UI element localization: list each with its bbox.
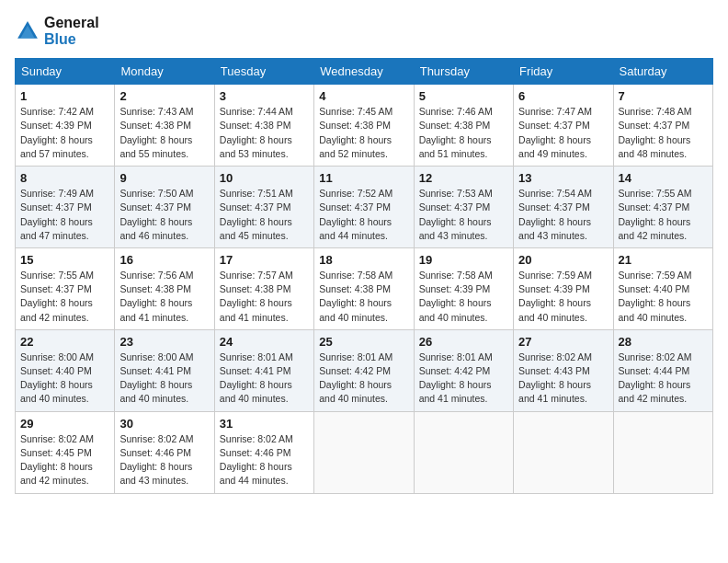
day-info: Sunrise: 7:55 AMSunset: 4:37 PMDaylight:… [619, 188, 692, 241]
day-info: Sunrise: 7:58 AMSunset: 4:39 PMDaylight:… [419, 270, 493, 323]
weekday-header-friday: Friday [514, 59, 613, 85]
day-cell: 25Sunrise: 8:01 AMSunset: 4:42 PMDayligh… [314, 329, 414, 411]
weekday-header-monday: Monday [115, 59, 214, 85]
day-cell: 17Sunrise: 7:57 AMSunset: 4:38 PMDayligh… [214, 247, 313, 329]
day-info: Sunrise: 8:02 AMSunset: 4:45 PMDaylight:… [20, 433, 94, 487]
day-cell [414, 411, 513, 493]
day-cell: 19Sunrise: 7:58 AMSunset: 4:39 PMDayligh… [414, 247, 513, 329]
day-cell: 13Sunrise: 7:54 AMSunset: 4:37 PMDayligh… [514, 167, 613, 248]
day-cell: 8Sunrise: 7:49 AMSunset: 4:37 PMDaylight… [16, 167, 115, 248]
week-row-2: 8Sunrise: 7:49 AMSunset: 4:37 PMDaylight… [16, 167, 713, 248]
day-info: Sunrise: 7:48 AMSunset: 4:37 PMDaylight:… [619, 106, 692, 159]
logo-text: General Blue [44, 15, 99, 47]
day-info: Sunrise: 7:58 AMSunset: 4:38 PMDaylight:… [319, 270, 392, 323]
day-number: 15 [20, 253, 109, 267]
day-cell: 29Sunrise: 8:02 AMSunset: 4:45 PMDayligh… [16, 411, 115, 493]
day-info: Sunrise: 7:51 AMSunset: 4:37 PMDaylight:… [220, 188, 293, 241]
day-info: Sunrise: 8:00 AMSunset: 4:41 PMDaylight:… [119, 351, 193, 405]
day-cell: 2Sunrise: 7:43 AMSunset: 4:38 PMDaylight… [115, 85, 214, 167]
day-number: 8 [20, 171, 109, 185]
day-info: Sunrise: 7:49 AMSunset: 4:37 PMDaylight:… [20, 188, 94, 241]
weekday-header-sunday: Sunday [16, 59, 115, 85]
day-cell: 5Sunrise: 7:46 AMSunset: 4:38 PMDaylight… [414, 85, 513, 167]
day-info: Sunrise: 7:44 AMSunset: 4:38 PMDaylight:… [220, 106, 293, 159]
logo-icon [15, 18, 40, 44]
day-number: 9 [119, 171, 209, 185]
day-info: Sunrise: 7:52 AMSunset: 4:37 PMDaylight:… [319, 188, 392, 241]
day-info: Sunrise: 8:02 AMSunset: 4:44 PMDaylight:… [619, 351, 692, 405]
day-number: 14 [619, 171, 708, 185]
day-number: 18 [319, 253, 408, 267]
day-number: 13 [518, 171, 608, 185]
day-info: Sunrise: 8:02 AMSunset: 4:43 PMDaylight:… [518, 351, 592, 405]
day-cell: 20Sunrise: 7:59 AMSunset: 4:39 PMDayligh… [514, 247, 613, 329]
day-number: 2 [119, 89, 209, 103]
day-info: Sunrise: 8:02 AMSunset: 4:46 PMDaylight:… [220, 433, 293, 487]
day-info: Sunrise: 7:45 AMSunset: 4:38 PMDaylight:… [319, 106, 392, 159]
day-cell: 4Sunrise: 7:45 AMSunset: 4:38 PMDaylight… [314, 85, 414, 167]
day-cell: 15Sunrise: 7:55 AMSunset: 4:37 PMDayligh… [16, 247, 115, 329]
day-info: Sunrise: 7:42 AMSunset: 4:39 PMDaylight:… [20, 106, 94, 159]
day-cell: 30Sunrise: 8:02 AMSunset: 4:46 PMDayligh… [115, 411, 214, 493]
day-cell: 6Sunrise: 7:47 AMSunset: 4:37 PMDaylight… [514, 85, 613, 167]
day-info: Sunrise: 8:01 AMSunset: 4:41 PMDaylight:… [220, 351, 293, 405]
day-number: 24 [220, 335, 309, 349]
week-row-1: 1Sunrise: 7:42 AMSunset: 4:39 PMDaylight… [16, 85, 713, 167]
day-cell [314, 411, 414, 493]
day-number: 25 [319, 335, 408, 349]
weekday-header-wednesday: Wednesday [314, 59, 414, 85]
day-number: 19 [419, 253, 508, 267]
logo: General Blue [15, 15, 99, 47]
page-header: General Blue [15, 15, 713, 47]
day-number: 20 [518, 253, 608, 267]
day-cell: 12Sunrise: 7:53 AMSunset: 4:37 PMDayligh… [414, 167, 513, 248]
day-cell: 1Sunrise: 7:42 AMSunset: 4:39 PMDaylight… [16, 85, 115, 167]
day-cell: 27Sunrise: 8:02 AMSunset: 4:43 PMDayligh… [514, 329, 613, 411]
day-number: 31 [220, 417, 309, 431]
day-cell: 16Sunrise: 7:56 AMSunset: 4:38 PMDayligh… [115, 247, 214, 329]
day-info: Sunrise: 7:59 AMSunset: 4:39 PMDaylight:… [518, 270, 592, 323]
day-info: Sunrise: 8:02 AMSunset: 4:46 PMDaylight:… [119, 433, 193, 487]
day-info: Sunrise: 7:43 AMSunset: 4:38 PMDaylight:… [119, 106, 193, 159]
day-info: Sunrise: 7:47 AMSunset: 4:37 PMDaylight:… [518, 106, 592, 159]
day-info: Sunrise: 8:01 AMSunset: 4:42 PMDaylight:… [319, 351, 392, 405]
day-number: 3 [220, 89, 309, 103]
day-number: 27 [518, 335, 608, 349]
day-info: Sunrise: 7:50 AMSunset: 4:37 PMDaylight:… [119, 188, 193, 241]
calendar-table: SundayMondayTuesdayWednesdayThursdayFrid… [15, 58, 713, 493]
day-cell: 11Sunrise: 7:52 AMSunset: 4:37 PMDayligh… [314, 167, 414, 248]
day-number: 30 [119, 417, 209, 431]
day-info: Sunrise: 8:01 AMSunset: 4:42 PMDaylight:… [419, 351, 493, 405]
day-cell: 31Sunrise: 8:02 AMSunset: 4:46 PMDayligh… [214, 411, 313, 493]
day-cell: 22Sunrise: 8:00 AMSunset: 4:40 PMDayligh… [16, 329, 115, 411]
day-cell: 28Sunrise: 8:02 AMSunset: 4:44 PMDayligh… [613, 329, 712, 411]
day-info: Sunrise: 8:00 AMSunset: 4:40 PMDaylight:… [20, 351, 94, 405]
day-number: 23 [119, 335, 209, 349]
day-info: Sunrise: 7:55 AMSunset: 4:37 PMDaylight:… [20, 270, 94, 323]
weekday-header-saturday: Saturday [613, 59, 712, 85]
week-row-4: 22Sunrise: 8:00 AMSunset: 4:40 PMDayligh… [16, 329, 713, 411]
day-number: 5 [419, 89, 508, 103]
day-number: 26 [419, 335, 508, 349]
day-cell: 21Sunrise: 7:59 AMSunset: 4:40 PMDayligh… [613, 247, 712, 329]
weekday-header-thursday: Thursday [414, 59, 513, 85]
day-cell: 9Sunrise: 7:50 AMSunset: 4:37 PMDaylight… [115, 167, 214, 248]
day-cell: 24Sunrise: 8:01 AMSunset: 4:41 PMDayligh… [214, 329, 313, 411]
day-number: 21 [619, 253, 708, 267]
day-cell [514, 411, 613, 493]
day-number: 1 [20, 89, 109, 103]
day-cell: 23Sunrise: 8:00 AMSunset: 4:41 PMDayligh… [115, 329, 214, 411]
day-info: Sunrise: 7:59 AMSunset: 4:40 PMDaylight:… [619, 270, 692, 323]
day-info: Sunrise: 7:54 AMSunset: 4:37 PMDaylight:… [518, 188, 592, 241]
day-cell: 14Sunrise: 7:55 AMSunset: 4:37 PMDayligh… [613, 167, 712, 248]
day-number: 16 [119, 253, 209, 267]
day-info: Sunrise: 7:53 AMSunset: 4:37 PMDaylight:… [419, 188, 493, 241]
week-row-5: 29Sunrise: 8:02 AMSunset: 4:45 PMDayligh… [16, 411, 713, 493]
day-info: Sunrise: 7:57 AMSunset: 4:38 PMDaylight:… [220, 270, 293, 323]
day-number: 22 [20, 335, 109, 349]
day-number: 10 [220, 171, 309, 185]
day-number: 4 [319, 89, 408, 103]
day-cell: 18Sunrise: 7:58 AMSunset: 4:38 PMDayligh… [314, 247, 414, 329]
day-cell: 3Sunrise: 7:44 AMSunset: 4:38 PMDaylight… [214, 85, 313, 167]
day-number: 17 [220, 253, 309, 267]
